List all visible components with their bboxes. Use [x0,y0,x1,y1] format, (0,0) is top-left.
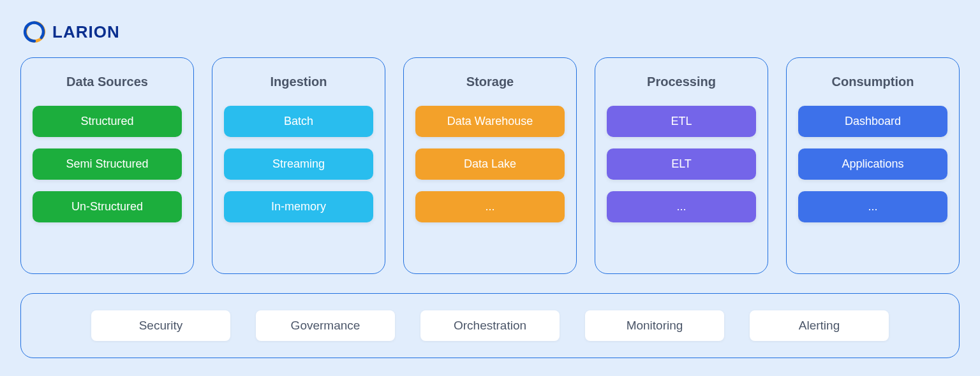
column-title: Data Sources [33,75,182,89]
column-title: Consumption [798,75,947,89]
pill-batch: Batch [224,106,373,137]
pill-applications: Applications [798,148,947,180]
column-ingestion: Ingestion Batch Streaming In-memory [212,57,385,274]
pill-semi-structured: Semi Structured [33,148,182,180]
brand-logo: LARION [23,20,120,43]
pill-storage-more: ... [415,191,565,222]
pill-in-memory: In-memory [224,191,373,222]
pill-un-structured: Un-Structured [33,191,182,222]
footer-monitoring: Monitoring [585,310,724,341]
pill-structured: Structured [33,106,182,137]
cross-cutting-row: Security Govermance Orchestration Monito… [20,293,960,358]
column-processing: Processing ETL ELT ... [595,57,768,274]
pill-consumption-more: ... [798,191,947,222]
brand-name: LARION [52,22,120,42]
column-title: Ingestion [224,75,373,89]
pill-data-lake: Data Lake [415,148,565,180]
column-data-sources: Data Sources Structured Semi Structured … [20,57,194,274]
footer-orchestration: Orchestration [420,310,560,341]
pill-elt: ELT [607,148,756,180]
footer-security: Security [91,310,230,341]
column-title: Processing [607,75,756,89]
larion-swirl-icon [23,20,46,43]
column-title: Storage [415,75,565,89]
pill-data-warehouse: Data Warehouse [415,106,565,137]
column-consumption: Consumption Dashboard Applications ... [786,57,960,274]
pill-etl: ETL [607,106,756,137]
architecture-columns: Data Sources Structured Semi Structured … [20,57,960,274]
footer-governance: Govermance [256,310,395,341]
column-storage: Storage Data Warehouse Data Lake ... [403,57,577,274]
pill-processing-more: ... [607,191,756,222]
pill-streaming: Streaming [224,148,373,180]
footer-alerting: Alerting [750,310,889,341]
pill-dashboard: Dashboard [798,106,947,137]
